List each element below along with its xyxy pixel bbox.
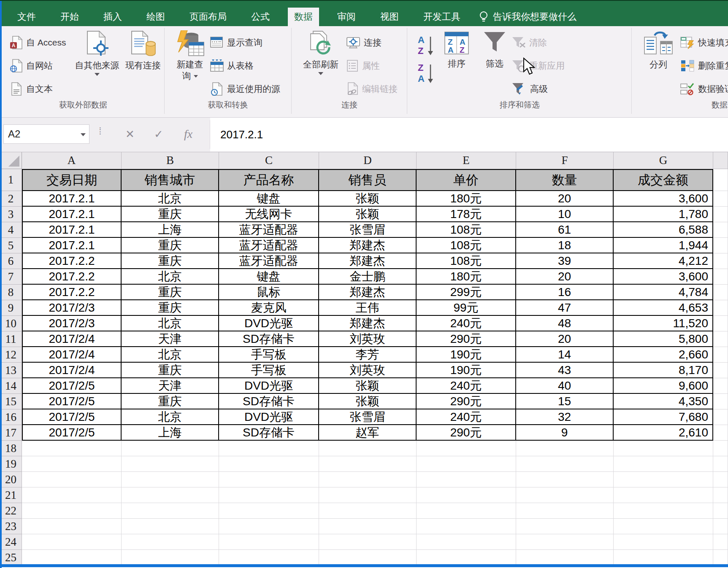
name-box[interactable]: A2 [3,124,89,144]
cell-C5[interactable]: 蓝牙适配器 [219,238,319,253]
cell-H4[interactable] [713,222,728,238]
cell-B23[interactable] [122,519,219,534]
cell-G18[interactable] [614,441,713,456]
cell-C1[interactable]: 产品名称 [219,169,319,191]
row-header-15[interactable]: 15 [0,394,22,409]
cell-D14[interactable]: 张颖 [319,378,417,394]
cell-H21[interactable] [713,487,728,503]
cell-F22[interactable] [516,503,614,519]
flash-fill-button[interactable]: 快速填充 [680,33,728,52]
cell-D18[interactable] [319,441,417,456]
cell-B1[interactable]: 销售城市 [122,169,219,191]
cell-F19[interactable] [516,456,614,472]
cell-G25[interactable] [614,550,713,565]
advanced-filter-button[interactable]: 高级 [511,79,548,99]
cell-E14[interactable]: 240元 [417,378,516,394]
cell-C22[interactable] [219,503,319,519]
cell-A19[interactable] [22,456,122,472]
cell-B17[interactable]: 上海 [122,425,219,441]
cell-G16[interactable]: 7,680 [614,409,713,425]
cell-E1[interactable]: 单价 [417,169,516,191]
cell-E3[interactable]: 178元 [417,207,516,222]
cell-E2[interactable]: 180元 [417,191,516,207]
cell-G3[interactable]: 1,780 [614,207,713,222]
row-header-17[interactable]: 17 [0,425,22,441]
cell-D15[interactable]: 张颖 [319,394,417,409]
cell-A2[interactable]: 2017.2.1 [22,191,122,207]
cell-A14[interactable]: 2017/2/5 [22,378,122,394]
row-header-19[interactable]: 19 [0,456,22,472]
cell-B2[interactable]: 北京 [122,191,219,207]
cell-H9[interactable] [713,300,728,316]
cell-F5[interactable]: 18 [516,238,614,253]
cell-F4[interactable]: 61 [516,222,614,238]
cell-H3[interactable] [713,207,728,222]
cell-D17[interactable]: 赵军 [319,425,417,441]
cell-A1[interactable]: 交易日期 [22,169,122,191]
cell-D21[interactable] [319,487,417,503]
edit-links-button[interactable]: 编辑链接 [346,79,398,99]
row-header-3[interactable]: 3 [0,207,22,222]
cell-A4[interactable]: 2017.2.1 [22,222,122,238]
cell-B15[interactable]: 重庆 [122,394,219,409]
row-header-25[interactable]: 25 [0,550,22,565]
cell-C11[interactable]: SD存储卡 [219,331,319,347]
row-header-9[interactable]: 9 [0,300,22,316]
cell-A3[interactable]: 2017.2.1 [22,207,122,222]
cell-C3[interactable]: 无线网卡 [219,207,319,222]
existing-connections-button[interactable]: 现有连接 [123,30,163,97]
cell-D9[interactable]: 王伟 [319,300,417,316]
cell-C12[interactable]: 手写板 [219,347,319,363]
cell-F1[interactable]: 数量 [516,169,614,191]
cell-C19[interactable] [219,456,319,472]
tab-审阅[interactable]: 审阅 [331,8,362,26]
cell-A9[interactable]: 2017/2/3 [22,300,122,316]
cell-B22[interactable] [122,503,219,519]
cell-C20[interactable] [219,472,319,487]
cell-H1[interactable] [713,169,728,191]
cell-H6[interactable] [713,253,728,269]
cell-E15[interactable]: 290元 [417,394,516,409]
cell-A21[interactable] [22,487,122,503]
cell-H14[interactable] [713,378,728,394]
cell-H24[interactable] [713,534,728,550]
cell-F13[interactable]: 43 [516,363,614,378]
cell-C7[interactable]: 键盘 [219,269,319,285]
tab-页面布局[interactable]: 页面布局 [183,8,233,26]
cell-H5[interactable] [713,238,728,253]
cell-A22[interactable] [22,503,122,519]
cell-E6[interactable]: 108元 [417,253,516,269]
row-header-23[interactable]: 23 [0,519,22,534]
cell-F6[interactable]: 39 [516,253,614,269]
cell-D8[interactable]: 郑建杰 [319,285,417,300]
cell-B10[interactable]: 北京 [122,316,219,331]
cell-H8[interactable] [713,285,728,300]
cell-D20[interactable] [319,472,417,487]
cell-B5[interactable]: 重庆 [122,238,219,253]
tab-数据[interactable]: 数据 [288,8,319,26]
cell-A23[interactable] [22,519,122,534]
cell-G5[interactable]: 1,944 [614,238,713,253]
cell-E25[interactable] [417,550,516,565]
cell-A8[interactable]: 2017.2.2 [22,285,122,300]
tab-插入[interactable]: 插入 [97,8,128,26]
tab-视图[interactable]: 视图 [374,8,405,26]
cell-B25[interactable] [122,550,219,565]
cell-D12[interactable]: 李芳 [319,347,417,363]
cell-H20[interactable] [713,472,728,487]
from-table-button[interactable]: 从表格 [210,56,254,75]
row-header-21[interactable]: 21 [0,487,22,503]
cell-G2[interactable]: 3,600 [614,191,713,207]
cell-D22[interactable] [319,503,417,519]
cell-E10[interactable]: 240元 [417,316,516,331]
cell-F18[interactable] [516,441,614,456]
cell-F15[interactable]: 15 [516,394,614,409]
cell-A15[interactable]: 2017/2/5 [22,394,122,409]
tab-开发工具[interactable]: 开发工具 [417,8,467,26]
cell-A5[interactable]: 2017.2.1 [22,238,122,253]
cell-H19[interactable] [713,456,728,472]
sort-button[interactable]: Z A A Z 排序 [438,30,475,97]
row-header-2[interactable]: 2 [0,191,22,207]
cell-F23[interactable] [516,519,614,534]
from-web-button[interactable]: 自网站 [10,56,53,75]
